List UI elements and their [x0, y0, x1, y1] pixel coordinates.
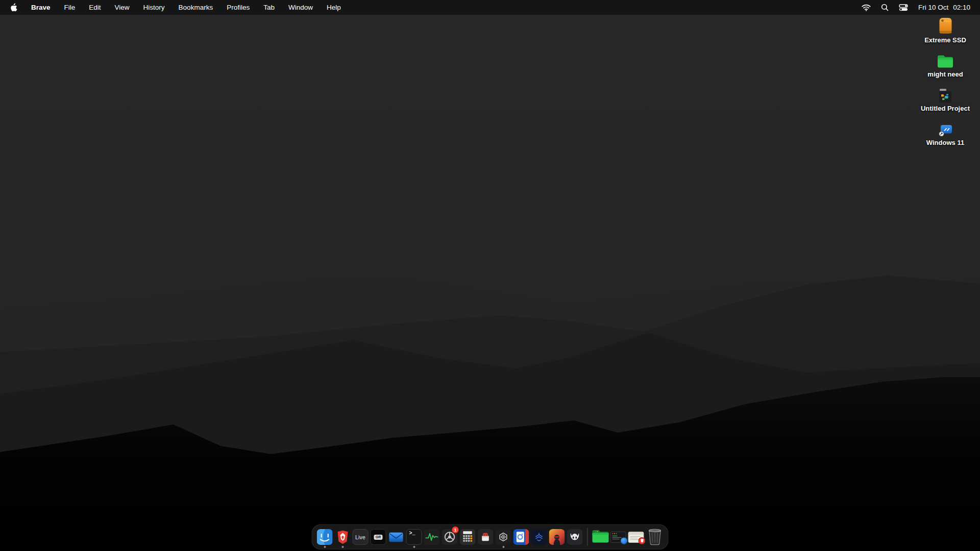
desktop-icon-label: Extreme SSD — [924, 36, 966, 44]
dock-activity-waveform[interactable] — [423, 525, 441, 548]
desktop-icon-label: might need — [927, 70, 963, 78]
brave-shield-icon — [335, 529, 351, 545]
dock-separator — [587, 528, 588, 546]
dock: Live GR >_ — [312, 524, 669, 549]
hollow-knight-mask-icon — [567, 529, 583, 545]
menu-edit[interactable]: Edit — [89, 4, 101, 11]
app-menu-brave[interactable]: Brave — [31, 4, 51, 11]
calculator-icon — [460, 529, 476, 545]
menu-bar: Brave File Edit View History Bookmarks P… — [0, 0, 980, 15]
brave-shield-badge — [639, 537, 646, 544]
project-file-dark-icon — [939, 85, 951, 103]
wifi-icon[interactable] — [862, 4, 871, 11]
blue-book-red-stripe-icon — [513, 529, 529, 545]
desktop-icon-label: Windows 11 — [926, 139, 964, 146]
external-drive-orange-icon — [938, 17, 953, 34]
character-portrait-icon — [549, 529, 565, 545]
dock-downloads-folder[interactable] — [592, 525, 609, 548]
spotlight-search-icon[interactable] — [881, 4, 889, 11]
app-badge-blue — [621, 537, 628, 544]
running-indicator — [341, 546, 344, 548]
folder-green-icon — [937, 51, 954, 68]
pulse-waveform-icon — [424, 529, 440, 545]
dock-hollow-knight[interactable] — [566, 525, 584, 548]
menu-file[interactable]: File — [64, 4, 76, 11]
dock-blue-book-app[interactable] — [512, 525, 530, 548]
dock-white-crate-game[interactable] — [477, 525, 495, 548]
dock-terminal[interactable]: >_ — [405, 525, 423, 548]
dock-minimized-terminal-window[interactable] — [609, 525, 627, 548]
downloads-folder-green-icon — [591, 529, 609, 546]
dock-finder[interactable] — [316, 525, 334, 548]
ableton-live-icon: Live — [353, 529, 369, 545]
menu-view[interactable]: View — [115, 4, 130, 11]
menu-history[interactable]: History — [143, 4, 165, 11]
clock-time: 02:10 — [953, 4, 970, 11]
menu-bookmarks[interactable]: Bookmarks — [179, 4, 213, 11]
dock-mail[interactable] — [387, 525, 405, 548]
trash-icon — [646, 527, 663, 547]
dock-calculator[interactable] — [459, 525, 477, 548]
menu-help[interactable]: Help — [327, 4, 341, 11]
dock-ableton-live[interactable]: Live — [352, 525, 370, 548]
dock-trash[interactable] — [645, 525, 665, 548]
control-center-icon[interactable] — [899, 4, 908, 11]
desktop-icon-might-need[interactable]: might need — [916, 51, 975, 78]
apple-menu-icon[interactable] — [10, 3, 17, 12]
wallpaper-dark-mountains — [0, 0, 980, 551]
running-indicator — [413, 546, 415, 548]
minimized-browser-window-thumbnail — [628, 532, 644, 543]
menu-bar-left: Brave File Edit View History Bookmarks P… — [10, 3, 341, 12]
minimized-terminal-window-thumbnail — [610, 532, 626, 543]
white-crate-red-gloves-icon — [478, 529, 494, 545]
desktop-icon-extreme-ssd[interactable]: Extreme SSD — [916, 17, 975, 44]
dock-character-art-game[interactable] — [548, 525, 566, 548]
menu-window[interactable]: Window — [288, 4, 313, 11]
desktop-icon-column: Extreme SSD might need — [916, 17, 975, 146]
finder-icon — [317, 529, 333, 545]
terminal-icon: >_ — [406, 529, 422, 545]
dock-minimized-browser-window[interactable] — [627, 525, 645, 548]
running-indicator — [324, 546, 326, 548]
isometric-cube-icon — [531, 529, 547, 545]
guitar-rig-icon: GR — [371, 529, 386, 545]
clock-date: Fri 10 Oct — [918, 4, 948, 11]
menu-bar-status: Fri 10 Oct 02:10 — [862, 4, 970, 11]
desktop-icon-untitled-project[interactable]: Untitled Project — [916, 85, 975, 112]
mail-envelope-icon — [388, 529, 404, 545]
menu-profiles[interactable]: Profiles — [227, 4, 250, 11]
menu-tab[interactable]: Tab — [263, 4, 275, 11]
notification-badge: 1 — [452, 527, 459, 533]
running-indicator — [502, 546, 504, 548]
dock-brave-browser[interactable] — [334, 525, 352, 548]
dock-guitar-rig[interactable]: GR — [370, 525, 387, 548]
vm-blue-alias-icon — [939, 119, 952, 137]
dock-steering-wheel-app[interactable]: 1 — [441, 525, 459, 548]
dock-isometric-game[interactable] — [530, 525, 548, 548]
hexagon-emblem-icon — [496, 529, 511, 545]
dock-hex-emblem-game[interactable] — [495, 525, 512, 548]
menu-bar-clock[interactable]: Fri 10 Oct 02:10 — [918, 4, 970, 11]
desktop-icon-windows-11[interactable]: Windows 11 — [916, 119, 975, 146]
desktop-icon-label: Untitled Project — [921, 105, 970, 112]
